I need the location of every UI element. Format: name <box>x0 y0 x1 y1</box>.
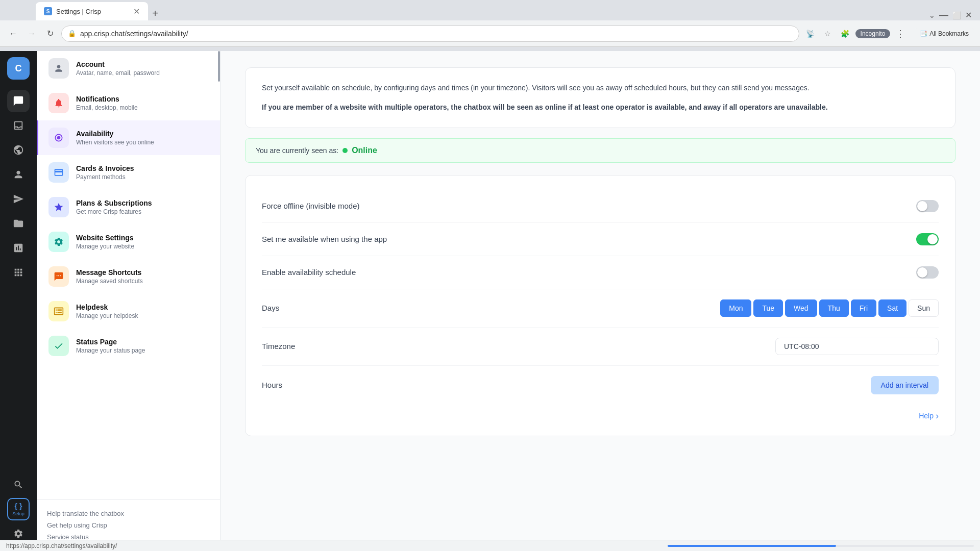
bookmark-icon[interactable]: ☆ <box>821 27 835 41</box>
sidebar-item-notifications[interactable]: Notifications Email, desktop, mobile <box>37 86 220 120</box>
statusbar-url: https://app.crisp.chat/settings/availabi… <box>6 542 117 549</box>
extension-icon[interactable]: 🧩 <box>838 27 852 41</box>
status-prefix: You are currently seen as: <box>256 146 338 155</box>
set-available-knob <box>927 234 938 244</box>
helpdesk-icon <box>48 301 69 321</box>
website-text: Website Settings Manage your website <box>76 234 134 250</box>
status-icon <box>48 336 69 356</box>
day-sun[interactable]: Sun <box>909 299 939 317</box>
enable-schedule-label: Enable availability schedule <box>262 268 356 277</box>
set-available-toggle[interactable] <box>916 233 939 245</box>
day-sat[interactable]: Sat <box>878 299 906 317</box>
sidebar-item-helpdesk[interactable]: Helpdesk Manage your helpdesk <box>37 294 220 329</box>
statusbar: https://app.crisp.chat/settings/availabi… <box>0 540 980 551</box>
enable-schedule-row: Enable availability schedule <box>262 256 939 289</box>
sidebar-item-inbox[interactable] <box>7 114 30 137</box>
icon-sidebar: C { } Se <box>0 51 37 551</box>
sidebar-item-status[interactable]: Status Page Manage your status page <box>37 329 220 363</box>
sidebar-item-analytics[interactable] <box>7 237 30 259</box>
active-tab[interactable]: S Settings | Crisp ✕ <box>36 2 148 20</box>
status-text: Status Page Manage your status page <box>76 338 145 354</box>
all-bookmarks-label: All Bookmarks <box>929 30 969 37</box>
sidebar-item-globe[interactable] <box>7 139 30 161</box>
sidebar-item-plans[interactable]: Plans & Subscriptions Get more Crisp fea… <box>37 190 220 224</box>
notifications-text: Notifications Email, desktop, mobile <box>76 95 138 111</box>
restore-button[interactable]: ⬜ <box>952 11 961 19</box>
sidebar-item-send[interactable] <box>7 188 30 210</box>
plans-text: Plans & Subscriptions Get more Crisp fea… <box>76 199 152 215</box>
notifications-icon <box>48 93 69 113</box>
tab-favicon: S <box>44 7 52 15</box>
helpdesk-text: Helpdesk Manage your helpdesk <box>76 303 138 319</box>
day-mon[interactable]: Mon <box>720 299 751 317</box>
account-icon <box>48 58 69 79</box>
lock-icon: 🔒 <box>68 30 76 37</box>
timezone-select[interactable]: UTC-08:00 <box>775 338 939 355</box>
settings-card: Force offline (invisible mode) Set me av… <box>245 175 955 436</box>
cards-icon <box>48 162 69 183</box>
sidebar-item-shortcuts[interactable]: Message Shortcuts Manage saved shortcuts <box>37 259 220 294</box>
status-online-text: Online <box>352 146 377 155</box>
help-link[interactable]: Help › <box>919 411 939 421</box>
add-interval-button[interactable]: Add an interval <box>871 376 939 394</box>
sidebar-item-website[interactable]: Website Settings Manage your website <box>37 224 220 259</box>
help-row: Help › <box>262 405 939 421</box>
timezone-value: UTC-08:00 <box>784 342 819 350</box>
day-tue[interactable]: Tue <box>753 299 783 317</box>
back-button[interactable]: ← <box>6 27 20 41</box>
availability-text: Availability When visitors see you onlin… <box>76 130 154 146</box>
tab-close-button[interactable]: ✕ <box>133 7 140 16</box>
help-text: Help <box>919 412 934 420</box>
force-offline-row: Force offline (invisible mode) <box>262 190 939 223</box>
reload-button[interactable]: ↻ <box>43 27 57 41</box>
sidebar-item-setup[interactable]: { } Setup <box>7 498 30 520</box>
hours-label: Hours <box>262 381 282 389</box>
website-icon <box>48 232 69 252</box>
shortcuts-icon <box>48 266 69 287</box>
force-offline-label: Force offline (invisible mode) <box>262 202 359 210</box>
hours-row: Hours Add an interval <box>262 366 939 405</box>
description-text-1: Set yourself available on schedule, by c… <box>262 82 939 93</box>
incognito-badge: Incognito <box>855 29 891 38</box>
new-tab-button[interactable]: + <box>148 6 162 20</box>
forward-button[interactable]: → <box>24 27 39 41</box>
cast-icon[interactable]: 📡 <box>803 27 818 41</box>
main-content: Set yourself available on schedule, by c… <box>220 51 980 551</box>
setup-label: Setup <box>12 511 24 516</box>
force-offline-toggle[interactable] <box>916 200 939 212</box>
close-window-button[interactable]: ✕ <box>965 10 972 20</box>
address-bar[interactable]: 🔒 app.crisp.chat/settings/availability/ <box>61 26 799 42</box>
sidebar-item-plugins[interactable] <box>7 261 30 284</box>
timezone-label: Timezone <box>262 342 295 350</box>
menu-button[interactable]: ⋮ <box>893 27 908 41</box>
account-text: Account Avatar, name, email, password <box>76 60 160 77</box>
minimize-button[interactable]: — <box>939 10 948 20</box>
shortcuts-text: Message Shortcuts Manage saved shortcuts <box>76 268 143 285</box>
tab-list-button[interactable]: ⌄ <box>929 11 935 19</box>
sidebar-item-chat[interactable] <box>7 90 30 112</box>
sidebar-item-account[interactable]: Account Avatar, name, email, password <box>37 51 220 86</box>
bookmarks-bar[interactable]: 📑 All Bookmarks <box>915 28 974 39</box>
day-thu[interactable]: Thu <box>819 299 849 317</box>
description-text-2: If you are member of a website with mult… <box>262 102 939 113</box>
sidebar-item-cards[interactable]: Cards & Invoices Payment methods <box>37 155 220 190</box>
sidebar-item-contacts[interactable] <box>7 163 30 186</box>
timezone-row: Timezone UTC-08:00 <box>262 328 939 366</box>
plans-icon <box>48 197 69 217</box>
availability-icon <box>48 128 69 148</box>
days-label: Days <box>262 304 279 312</box>
set-available-row: Set me available when using the app <box>262 223 939 256</box>
day-wed[interactable]: Wed <box>785 299 817 317</box>
sidebar-item-availability[interactable]: Availability When visitors see you onlin… <box>37 120 220 155</box>
sidebar-item-search[interactable] <box>7 473 30 496</box>
svg-point-1 <box>57 136 61 140</box>
sidebar-item-files[interactable] <box>7 212 30 235</box>
force-offline-knob <box>917 201 927 211</box>
address-text: app.crisp.chat/settings/availability/ <box>80 30 188 38</box>
days-buttons: Mon Tue Wed Thu Fri Sat Sun <box>720 299 939 317</box>
user-avatar[interactable]: C <box>7 57 30 80</box>
help-link[interactable]: Get help using Crisp <box>47 519 210 531</box>
day-fri[interactable]: Fri <box>851 299 876 317</box>
enable-schedule-toggle[interactable] <box>916 266 939 279</box>
translate-link[interactable]: Help translate the chatbox <box>47 508 210 519</box>
